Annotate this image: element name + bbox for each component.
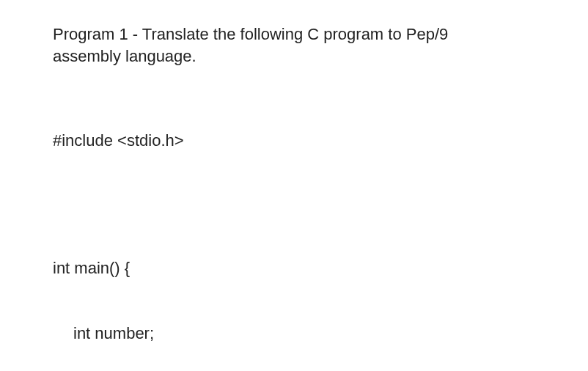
heading-line-2: assembly language. xyxy=(53,45,535,67)
heading-line-1: Program 1 - Translate the following C pr… xyxy=(53,23,535,45)
code-main-open: int main() { xyxy=(53,257,535,279)
problem-heading: Program 1 - Translate the following C pr… xyxy=(53,23,535,67)
blank-line xyxy=(53,195,535,214)
code-include: #include <stdio.h> xyxy=(53,130,535,152)
code-decl: int number; xyxy=(53,323,535,345)
code-block: #include <stdio.h> int main() { int numb… xyxy=(53,86,535,371)
